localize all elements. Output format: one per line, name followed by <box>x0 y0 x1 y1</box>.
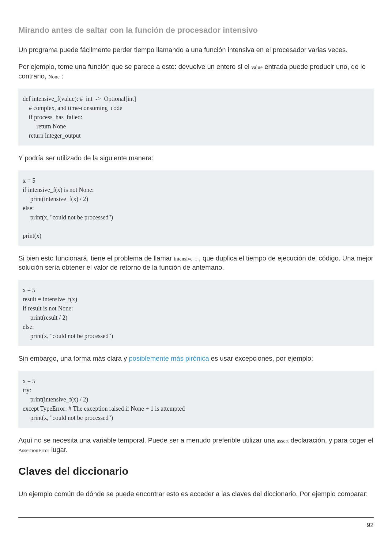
text: es usar excepciones, por ejemplo: <box>209 355 313 362</box>
code-block-1: def intensive_f(value): # int -> Optiona… <box>18 89 374 146</box>
page-number: 92 <box>367 522 374 528</box>
text: lugar. <box>49 446 68 454</box>
paragraph-however: Sin embargo, una forma más clara y posib… <box>18 354 374 363</box>
code-block-4: x = 5 try: print(intensive_f(x) / 2) exc… <box>18 371 374 428</box>
inline-code-assert: assert <box>277 438 289 444</box>
code-block-3: x = 5 result = intensive_f(x) if result … <box>18 280 374 346</box>
text: Si bien esto funcionará, tiene el proble… <box>18 254 174 262</box>
paragraph-usage: Y podría ser utilizado de la siguiente m… <box>18 154 374 163</box>
paragraph-example-intro: Por ejemplo, tome una función que se par… <box>18 62 374 81</box>
section-title: Mirando antes de saltar con la función d… <box>18 25 374 36</box>
text: declaración, y para coger el <box>289 436 373 444</box>
inline-code-none: None <box>48 74 60 80</box>
inline-code-intensive-f: intensive_f <box>174 256 197 262</box>
paragraph-intro: Un programa puede fácilmente perder tiem… <box>18 45 374 55</box>
text: Sin embargo, una forma más clara y <box>18 355 129 362</box>
page-footer: 92 <box>18 517 374 529</box>
paragraph-dict-intro: Un ejemplo común de dónde se puede encon… <box>18 489 374 499</box>
paragraph-problem: Si bien esto funcionará, tiene el proble… <box>18 254 374 273</box>
inline-code-value: value <box>251 64 263 70</box>
code-block-2: x = 5 if intensive_f(x) is not None: pri… <box>18 170 374 246</box>
inline-code-assertion-error: AssertionError <box>18 447 49 453</box>
text: Aquí no se necesita una variable tempora… <box>18 436 277 444</box>
text: Por ejemplo, tome una función que se par… <box>18 63 251 70</box>
heading-dict-keys: Claves del diccionario <box>18 464 374 479</box>
paragraph-assert: Aquí no se necesita una variable tempora… <box>18 436 374 455</box>
text: : <box>60 72 63 80</box>
link-pythonic[interactable]: posiblemente más pirónica <box>129 355 209 362</box>
